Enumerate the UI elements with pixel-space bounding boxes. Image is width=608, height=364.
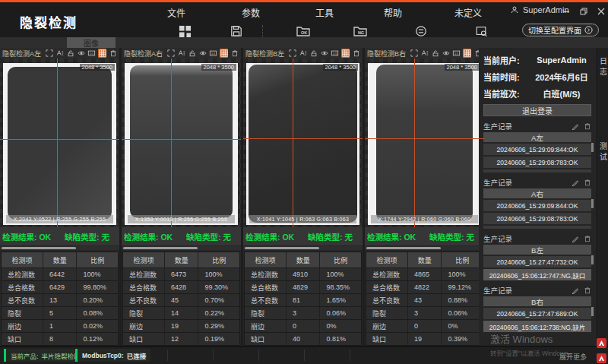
record-scrollbar-thumb[interactable] xyxy=(591,199,594,208)
save-icon[interactable] xyxy=(228,24,245,38)
defect-type: 缺陷类型: 无 xyxy=(429,231,474,242)
delete-image-icon[interactable] xyxy=(109,49,117,58)
status-separator xyxy=(167,350,168,361)
scrollbar-thumb[interactable] xyxy=(366,247,441,249)
folder-ng-icon[interactable]: NG xyxy=(352,24,369,38)
horizontal-scrollbar[interactable] xyxy=(0,246,119,250)
menu-undefined[interactable]: 未定义 xyxy=(454,6,482,19)
close-button[interactable] xyxy=(596,6,606,17)
eye-icon[interactable] xyxy=(198,49,207,58)
minimize-button[interactable] xyxy=(561,6,572,17)
crosshair-horizontal xyxy=(365,138,484,139)
layout-tiles-icon[interactable] xyxy=(176,24,193,38)
trash-icon[interactable] xyxy=(584,179,591,186)
record-scrollbar-thumb[interactable] xyxy=(591,307,594,316)
one-to-one-icon[interactable]: 1:1 xyxy=(87,49,96,58)
trash-icon[interactable] xyxy=(584,122,591,130)
logout-button[interactable]: 退出登录 xyxy=(483,104,591,116)
restore-button[interactable] xyxy=(578,6,589,17)
edit-icon[interactable] xyxy=(572,122,579,130)
record-item[interactable]: 20240606_15:27:47:732:OK xyxy=(483,256,591,267)
edit-icon[interactable] xyxy=(572,179,579,186)
scrollbar-thumb[interactable] xyxy=(245,247,319,249)
annotation-icon[interactable] xyxy=(420,49,429,58)
scrollbar-thumb[interactable] xyxy=(2,247,76,249)
annotation-icon[interactable] xyxy=(55,49,64,58)
one-to-one-icon[interactable]: 1:1 xyxy=(452,49,461,58)
edit-icon[interactable] xyxy=(572,235,579,242)
delete-image-icon[interactable] xyxy=(352,49,360,58)
one-to-one-icon[interactable]: 1:1 xyxy=(331,49,339,58)
table-header-row: 检测项数量比例 xyxy=(245,252,361,268)
camera-panel-a-right: 隐裂检测A右 1:1 2048 * 3500 X:1353 Y:0013 | R… xyxy=(122,48,241,346)
group-title: 生产记录 xyxy=(483,233,512,244)
one-to-one-icon[interactable]: 1:1 xyxy=(209,49,217,58)
unlock-icon[interactable] xyxy=(309,49,318,58)
eye-icon[interactable] xyxy=(77,49,85,58)
unlock-icon[interactable] xyxy=(431,49,439,58)
horizontal-scrollbar[interactable] xyxy=(243,246,363,250)
switch-to-config-button[interactable]: 切换至配置界面 xyxy=(522,24,599,36)
record-item[interactable]: 20240606_15:29:08:783:OK xyxy=(483,157,591,168)
unlock-icon[interactable] xyxy=(66,49,74,58)
record-item[interactable]: 20240606_15:29:09:844:OK xyxy=(483,144,591,155)
stat-ratio: 1.65% xyxy=(320,294,361,306)
folder-ok-icon[interactable]: OK xyxy=(295,24,312,38)
eye-icon[interactable] xyxy=(442,49,450,58)
unlock-icon[interactable] xyxy=(188,49,196,58)
image-viewport[interactable]: 2048 * 3500 X:1744 Y:2942 | R:060 G:060 … xyxy=(365,59,484,227)
grid-icon[interactable] xyxy=(341,49,350,58)
stat-ratio: 0% xyxy=(320,320,361,332)
tab-test[interactable]: 测试 xyxy=(597,142,608,163)
scrollbar-thumb[interactable] xyxy=(123,247,198,249)
delete-image-icon[interactable] xyxy=(230,49,239,58)
fit-view-icon[interactable] xyxy=(166,49,175,58)
floating-overlay-icon[interactable] xyxy=(597,353,606,363)
tab-log[interactable]: 日志 xyxy=(597,57,608,78)
tab-image[interactable]: 图像 xyxy=(67,37,116,48)
record-scrollbar-thumb[interactable] xyxy=(591,255,594,264)
edit-icon[interactable] xyxy=(572,286,579,294)
expand-more-link[interactable]: 展开更多 xyxy=(559,352,587,362)
trash-icon[interactable] xyxy=(584,235,591,242)
records-stack-icon[interactable] xyxy=(413,24,429,38)
stat-count: 6473 xyxy=(165,268,198,280)
stat-name: 总检测数 xyxy=(123,268,165,280)
image-viewport[interactable]: 2048 * 3500 X:2043 Y:0522 | R:255 G:255 … xyxy=(0,59,119,227)
grid-icon[interactable] xyxy=(98,49,106,58)
crosshair-horizontal xyxy=(243,138,363,139)
eye-icon[interactable] xyxy=(320,49,328,58)
image-viewport[interactable]: 2048 * 3500 X:1041 Y:1045 | R:063 G:063 … xyxy=(243,59,363,227)
horizontal-scrollbar[interactable] xyxy=(122,246,241,250)
record-item-selected[interactable]: 20240606_15:06:12:747:NG,缺口 xyxy=(483,269,591,280)
floating-overlay-icon[interactable] xyxy=(597,338,606,348)
stat-ratio: 100% xyxy=(77,268,118,280)
record-item[interactable]: 20240606_15:27:47:689:OK xyxy=(483,308,591,319)
record-item[interactable]: 20240606_15:29:08:783:OK xyxy=(483,213,591,224)
annotation-icon[interactable] xyxy=(299,49,307,58)
stat-ratio: 0.39% xyxy=(442,333,483,345)
fit-view-icon[interactable] xyxy=(288,49,296,58)
stat-ratio: 99.12% xyxy=(442,281,483,293)
trash-icon[interactable] xyxy=(584,286,591,294)
table-row: 缺口80.12% xyxy=(2,333,118,346)
image-viewport[interactable]: 2048 * 3500 X:1353 Y:0013 | R:255 G:255 … xyxy=(122,59,241,227)
result-bar: 检测结果: OK 缺陷类型: 无 xyxy=(365,227,484,245)
record-item-clipped xyxy=(483,226,591,229)
fit-view-icon[interactable] xyxy=(45,49,53,58)
fit-view-icon[interactable] xyxy=(410,49,418,58)
record-item-selected[interactable]: 20240606_15:06:12:738:NG,缺片 xyxy=(483,321,591,332)
annotation-icon[interactable] xyxy=(177,49,185,58)
grid-icon[interactable] xyxy=(463,49,471,58)
menu-file[interactable]: 文件 xyxy=(167,6,185,19)
menu-help[interactable]: 帮助 xyxy=(384,6,402,19)
find-image-icon[interactable] xyxy=(473,24,489,38)
grid-icon[interactable] xyxy=(220,49,228,58)
record-item[interactable]: 20240606_15:29:09:844:OK xyxy=(483,200,591,211)
stats-table: 检测项数量比例 总检测数6442100% 总合格数642999.80% 总不良数… xyxy=(1,252,119,345)
menu-tools[interactable]: 工具 xyxy=(315,6,334,19)
record-scrollbar-thumb[interactable] xyxy=(591,143,594,152)
horizontal-scrollbar[interactable] xyxy=(365,246,484,250)
stat-name: 总合格数 xyxy=(366,281,408,293)
menu-params[interactable]: 参数 xyxy=(242,6,260,19)
